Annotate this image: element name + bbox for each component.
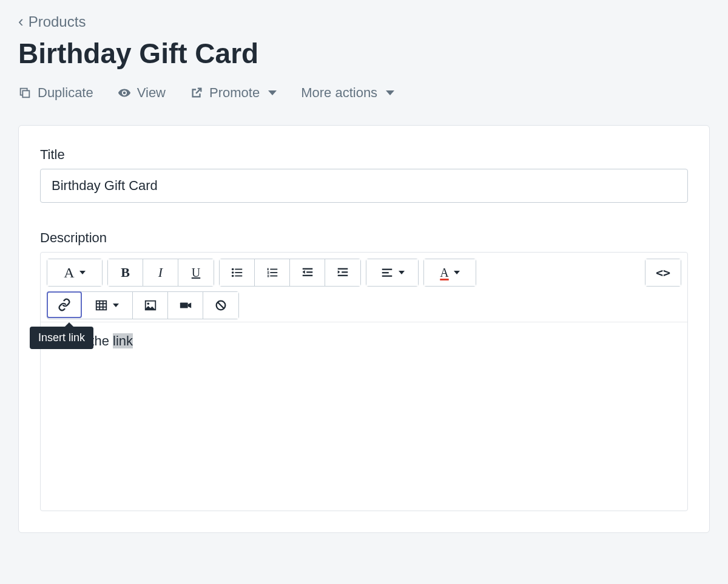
- chevron-down-icon: [268, 90, 277, 95]
- svg-rect-12: [270, 272, 277, 273]
- action-bar: Duplicate View Promote More actions: [18, 85, 710, 101]
- editor-text-selected: link: [113, 333, 133, 348]
- breadcrumb-label: Products: [29, 13, 86, 30]
- svg-rect-13: [267, 275, 269, 276]
- align-left-icon: [380, 266, 394, 279]
- outdent-icon: [301, 266, 314, 279]
- promote-button[interactable]: Promote: [190, 85, 277, 101]
- svg-line-34: [218, 302, 224, 309]
- title-input[interactable]: [40, 169, 688, 203]
- clear-formatting-icon: [214, 299, 228, 312]
- promote-label: Promote: [209, 85, 260, 101]
- chevron-down-icon: [454, 271, 460, 274]
- underline-icon: U: [192, 266, 200, 280]
- svg-rect-10: [267, 271, 269, 272]
- chevron-left-icon: ‹: [18, 12, 24, 31]
- bullet-list-icon: [231, 266, 244, 279]
- chevron-down-icon: [113, 304, 119, 307]
- svg-rect-24: [382, 276, 392, 277]
- editor-toolbar: A B I U: [41, 253, 687, 322]
- editor-card: Title Description A B: [18, 125, 710, 533]
- italic-button[interactable]: I: [143, 259, 178, 286]
- svg-point-6: [231, 275, 234, 277]
- view-label: View: [137, 85, 166, 101]
- align-dropdown[interactable]: [366, 259, 418, 286]
- title-label: Title: [40, 147, 688, 163]
- svg-point-1: [123, 92, 126, 95]
- svg-point-2: [231, 268, 234, 271]
- align-group: [366, 259, 419, 287]
- underline-button[interactable]: U: [178, 259, 214, 286]
- duplicate-icon: [18, 86, 32, 100]
- page-title: Birthday Gift Card: [18, 37, 710, 70]
- chevron-down-icon: [399, 271, 405, 274]
- svg-rect-5: [235, 272, 242, 273]
- breadcrumb[interactable]: ‹ Products: [18, 12, 710, 31]
- svg-rect-7: [235, 276, 242, 277]
- list-group: [219, 259, 361, 287]
- text-color-icon: A: [440, 266, 448, 280]
- format-dropdown[interactable]: A: [47, 259, 102, 286]
- external-link-icon: [190, 86, 203, 100]
- more-actions-label: More actions: [301, 85, 377, 101]
- svg-rect-14: [267, 276, 269, 277]
- view-button[interactable]: View: [118, 85, 166, 101]
- svg-rect-25: [96, 301, 107, 310]
- svg-rect-9: [270, 269, 277, 270]
- table-icon: [95, 299, 108, 312]
- format-letter: A: [64, 265, 74, 281]
- more-actions-button[interactable]: More actions: [301, 85, 394, 101]
- svg-rect-18: [302, 275, 312, 276]
- svg-rect-17: [306, 271, 312, 273]
- text-color-dropdown[interactable]: A: [424, 259, 476, 286]
- svg-rect-23: [382, 272, 388, 273]
- svg-rect-3: [235, 269, 242, 270]
- rich-text-editor: A B I U: [40, 252, 688, 511]
- image-icon: [144, 299, 157, 312]
- svg-point-31: [147, 302, 149, 305]
- svg-rect-15: [270, 276, 277, 277]
- chevron-down-icon: [386, 90, 394, 95]
- show-html-button[interactable]: <>: [645, 259, 681, 286]
- svg-rect-32: [180, 302, 187, 308]
- insert-image-button[interactable]: [133, 292, 168, 319]
- insert-table-dropdown[interactable]: [81, 292, 133, 319]
- video-icon: [179, 299, 192, 312]
- insert-video-button[interactable]: [168, 292, 203, 319]
- code-group: <>: [645, 259, 681, 287]
- description-editor-content[interactable]: this is the link: [41, 322, 687, 511]
- svg-rect-20: [342, 271, 348, 273]
- svg-rect-0: [22, 90, 29, 97]
- numbered-list-button[interactable]: [255, 259, 290, 286]
- code-icon: <>: [656, 265, 670, 280]
- duplicate-button[interactable]: Duplicate: [18, 85, 93, 101]
- tooltip: Insert link: [30, 327, 93, 349]
- bold-icon: B: [121, 265, 130, 280]
- svg-rect-8: [267, 268, 268, 271]
- insert-group: Insert link: [47, 291, 239, 319]
- bold-button[interactable]: B: [108, 259, 143, 286]
- text-style-group: B I U: [107, 259, 214, 287]
- svg-rect-16: [302, 268, 312, 270]
- svg-point-4: [231, 271, 234, 274]
- italic-icon: I: [158, 265, 163, 280]
- numbered-list-icon: [266, 266, 279, 279]
- svg-rect-22: [382, 269, 392, 270]
- eye-icon: [118, 86, 131, 100]
- format-group: A: [47, 259, 103, 287]
- duplicate-label: Duplicate: [38, 85, 93, 101]
- clear-formatting-button[interactable]: [203, 292, 238, 319]
- insert-link-button[interactable]: Insert link: [47, 291, 82, 318]
- svg-rect-11: [267, 273, 269, 273]
- svg-rect-21: [338, 275, 348, 276]
- indent-icon: [336, 266, 349, 279]
- svg-rect-19: [338, 268, 348, 270]
- link-icon: [58, 298, 71, 311]
- indent-button[interactable]: [325, 259, 360, 286]
- outdent-button[interactable]: [290, 259, 325, 286]
- bullet-list-button[interactable]: [220, 259, 255, 286]
- description-label: Description: [40, 230, 688, 246]
- color-group: A: [423, 259, 476, 287]
- chevron-down-icon: [79, 271, 86, 274]
